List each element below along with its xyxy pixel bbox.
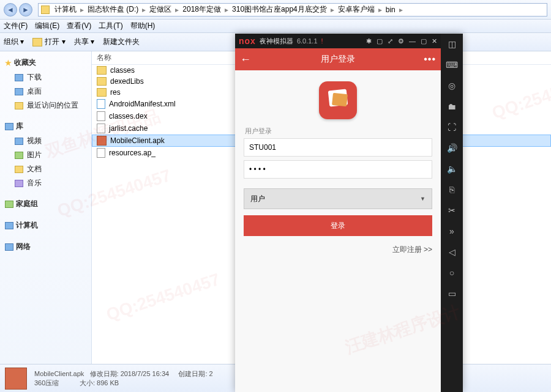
nav-home-icon[interactable]: ○ (445, 266, 459, 279)
picture-icon (15, 152, 23, 159)
tool-open[interactable]: 打开 ▾ (32, 37, 65, 47)
nox-logo: nox (239, 36, 256, 46)
address-bar: ◄ ► 计算机▸ 固态软件盘 (D:)▸ 定做区▸ 2018年定做▸ 310图书… (0, 0, 551, 20)
minimize-icon[interactable]: — (409, 37, 416, 45)
file-name: jarlist.cache (109, 124, 148, 133)
file-icon (97, 111, 105, 121)
volume-up-icon[interactable]: 🔊 (445, 141, 459, 155)
download-icon (15, 74, 23, 81)
music-icon (15, 180, 23, 187)
explorer-sidebar: ★收藏夹 下载 桌面 最近访问的位置 库 视频 图片 文档 音乐 家庭组 计算机… (0, 51, 92, 364)
maximize-icon[interactable]: ▢ (421, 37, 427, 45)
register-link[interactable]: 立即注册 >> (392, 245, 432, 255)
folder-icon (32, 38, 42, 46)
menu-tool[interactable]: 工具(T) (99, 21, 122, 31)
close-icon[interactable]: ✕ (432, 37, 437, 45)
nav-recent-icon[interactable]: ▭ (445, 287, 459, 300)
sidebar-homegroup[interactable]: 家庭组 (0, 196, 91, 212)
homegroup-icon (5, 201, 13, 208)
desktop-icon (15, 88, 23, 95)
menu-file[interactable]: 文件(F) (4, 21, 28, 31)
folder-icon (97, 88, 107, 97)
role-dropdown[interactable]: 用户 (244, 188, 432, 209)
keyboard-icon[interactable]: ⌨ (445, 58, 459, 72)
login-button[interactable]: 登录 (244, 215, 432, 236)
volume-down-icon[interactable]: 🔈 (445, 162, 459, 176)
file-name: classes.dex (109, 112, 148, 120)
crumb-item[interactable]: 计算机 (52, 4, 79, 15)
sidebar-item-music[interactable]: 音乐 (0, 176, 91, 190)
emulator-window: nox 夜神模拟器 6.0.1.1 ! ✱ ▢ ⤢ ⚙ — ▢ ✕ ← 用户登录… (235, 34, 463, 392)
app-titlebar: ← 用户登录 ••• (235, 48, 441, 70)
cast-icon[interactable]: ▢ (377, 37, 383, 45)
xml-file-icon (97, 99, 105, 109)
sidebar-item-pictures[interactable]: 图片 (0, 148, 91, 162)
file-icon (97, 148, 105, 158)
file-name: dexedLibs (110, 77, 144, 86)
sidebar-favorites[interactable]: ★收藏夹 (0, 55, 91, 70)
emulator-toolbar: ◫ ⌨ ◎ 🖿 ⛶ 🔊 🔈 ⎘ ✂ » ◁ ○ ▭ (441, 34, 463, 392)
sidebar-item-documents[interactable]: 文档 (0, 162, 91, 176)
tool-organize[interactable]: 组织 ▾ (4, 37, 24, 47)
settings-icon[interactable]: ⚙ (398, 37, 404, 45)
file-name: MobileClient.apk (110, 136, 165, 145)
menu-view[interactable]: 查看(V) (67, 21, 91, 31)
crumb-item[interactable]: bin (383, 6, 398, 14)
document-icon (15, 166, 23, 173)
video-icon (15, 138, 23, 145)
warning-icon: ! (321, 37, 323, 45)
forward-button[interactable]: ► (19, 3, 32, 17)
expand-icon[interactable]: » (445, 224, 459, 238)
crumb-item[interactable]: 2018年定做 (180, 4, 223, 15)
file-name: classes (110, 66, 135, 75)
sidebar-libraries[interactable]: 库 (0, 119, 91, 134)
apk-icon (5, 368, 27, 390)
folder-icon[interactable]: 🖿 (445, 100, 459, 113)
status-filetype: 360压缩 (34, 379, 59, 386)
app-title: 用户登录 (321, 54, 355, 65)
menu-bar: 文件(F) 编辑(E) 查看(V) 工具(T) 帮助(H) (0, 20, 551, 33)
crumb-item[interactable]: 定做区 (147, 4, 174, 15)
computer-icon (5, 222, 13, 229)
scissors-icon[interactable]: ✂ (445, 204, 459, 217)
folder-icon (97, 77, 107, 86)
restore-icon[interactable]: ⤢ (388, 37, 393, 45)
sidebar-item-downloads[interactable]: 下载 (0, 70, 91, 84)
android-app: ← 用户登录 ••• 用户登录 用户 登录 立即注册 >> (235, 48, 441, 392)
sidebar-item-video[interactable]: 视频 (0, 134, 91, 148)
status-filename: MobileClient.apk (34, 370, 84, 377)
crumb-item[interactable]: 安卓客户端 (335, 4, 377, 15)
username-field[interactable] (244, 138, 432, 157)
location-icon[interactable]: ◎ (445, 79, 459, 92)
folder-icon (41, 6, 50, 14)
sidebar-network[interactable]: 网络 (0, 239, 91, 254)
tool-newfolder[interactable]: 新建文件夹 (103, 37, 140, 47)
sidebar-item-desktop[interactable]: 桌面 (0, 84, 91, 98)
recent-icon (15, 102, 23, 109)
file-name: AndroidManifest.xml (109, 100, 176, 108)
crop-icon[interactable]: ◫ (445, 37, 459, 51)
network-icon (5, 243, 13, 251)
breadcrumb[interactable]: 计算机▸ 固态软件盘 (D:)▸ 定做区▸ 2018年定做▸ 310图书馆占座a… (38, 3, 547, 17)
nav-back-icon[interactable]: ◁ (445, 245, 459, 259)
more-icon[interactable]: ••• (424, 54, 436, 65)
menu-help[interactable]: 帮助(H) (130, 21, 156, 31)
crumb-item[interactable]: 固态软件盘 (D:) (85, 4, 141, 15)
apk-file-icon (97, 136, 107, 146)
folder-icon (97, 66, 107, 75)
sidebar-computer[interactable]: 计算机 (0, 218, 91, 233)
menu-edit[interactable]: 编辑(E) (35, 21, 59, 31)
file-icon (97, 124, 105, 133)
file-name: res (110, 88, 121, 97)
star-icon: ★ (5, 59, 12, 67)
apk-install-icon[interactable]: ⎘ (445, 183, 459, 196)
skin-icon[interactable]: ✱ (366, 37, 372, 45)
password-field[interactable] (244, 160, 432, 179)
sidebar-item-recent[interactable]: 最近访问的位置 (0, 98, 91, 113)
crumb-item[interactable]: 310图书馆占座app4月底交货 (230, 4, 329, 15)
fullscreen-icon[interactable]: ⛶ (445, 120, 459, 134)
app-logo-icon (319, 81, 357, 119)
back-arrow-icon[interactable]: ← (240, 53, 251, 66)
tool-share[interactable]: 共享 ▾ (74, 37, 94, 47)
back-button[interactable]: ◄ (4, 3, 17, 17)
